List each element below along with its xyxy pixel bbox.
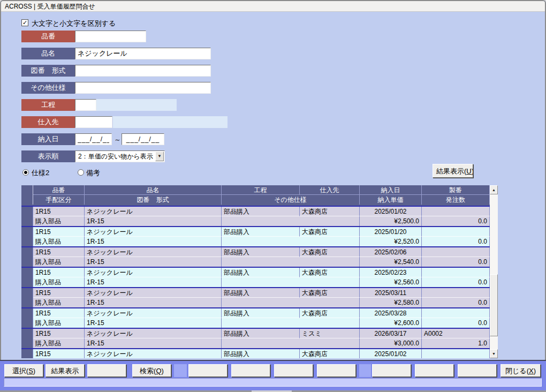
case-sensitive-checkbox[interactable]: ✓ [21,19,28,26]
spec2-radio[interactable] [22,169,29,176]
blank-button-5[interactable] [317,364,356,377]
cell-part-name: ネジックレール [85,288,222,298]
row-selector[interactable] [21,227,33,246]
blank-button-2[interactable] [188,364,228,377]
scrollbar-thumb[interactable] [490,274,498,336]
supplier-display-panel [113,116,228,128]
cell-delivery-date: 2026/03/17 [360,329,422,338]
row-selector[interactable] [21,349,33,358]
delivery-date-to-input[interactable] [122,133,164,145]
cell-supplier: 大森商店 [300,227,360,237]
table-records: 1R15ネジックレール部品購入大森商店2025/01/02購入部品1R-15¥2… [21,207,490,358]
table-record[interactable]: 1R15ネジックレール部品購入大森商店2025/01/02購入部品1R-15¥2… [21,207,490,227]
search-button[interactable]: 検索(Q) [132,364,171,377]
cell-delivery-date: 2025/03/11 [360,288,422,298]
result-display-button[interactable]: 結果表示 [46,364,85,377]
row-selector[interactable] [21,308,33,328]
cell-unit-price: ¥2,560.0 [360,277,422,287]
row-selector[interactable] [21,329,33,348]
supplier-label: 仕入先 [21,116,75,128]
other-spec-input[interactable] [75,82,211,94]
cell-supplier: 大森商店 [300,207,360,216]
table-record[interactable]: 1R15ネジックレール部品購入大森商店2025/03/11購入部品1R-15¥2… [21,288,490,308]
table-record[interactable]: 1R15ネジックレール部品購入大森商店2025/02/23購入部品1R-15¥2… [21,268,490,288]
cell-seiban: A0002 [422,329,490,338]
process-label: 工程 [21,99,75,111]
cell-unit-price: ¥2,520.0 [360,237,422,246]
table-record[interactable]: 1R15ネジックレール部品購入ミスミ2026/03/17A0002購入部品1R-… [21,329,490,349]
cell-seiban [422,227,490,237]
supplier-input[interactable] [75,116,112,128]
select-button[interactable]: 選択(S) [4,364,43,377]
row-selector[interactable] [21,268,33,287]
cell-part-name: ネジックレール [85,268,222,277]
show-results-button[interactable]: 結果表示(U) [433,164,473,178]
row-selector[interactable] [21,247,33,267]
delivery-date-label: 納入日 [21,133,75,145]
blank-button-3[interactable] [231,364,270,377]
cell-process: 部品購入 [222,329,300,338]
scroll-up-icon[interactable]: ▲ [490,185,498,194]
table-record[interactable]: 1R15ネジックレール部品購入大森商店2025/02/06購入部品1R-15¥2… [21,247,490,268]
cell-process: 部品購入 [222,288,300,298]
remarks-radio-label: 備考 [86,168,100,178]
cell-drawing-no: 1R-15 [85,338,222,348]
cell-supplier: 大森商店 [300,288,360,298]
vertical-scrollbar[interactable]: ▲ ▼ [490,185,498,358]
cell-order-qty: 0.0 [422,318,490,328]
table-record[interactable]: 1R15ネジックレール部品購入大森商店2025/01/20購入部品1R-15¥2… [21,227,490,247]
cell-other-spec [222,216,360,226]
header-supplier: 仕入先 [300,185,360,195]
cell-delivery-date: 2025/02/23 [360,268,422,277]
cell-drawing-no: 1R-15 [85,216,222,226]
cell-arrange-type: 購入部品 [33,237,85,246]
cell-arrange-type: 購入部品 [33,277,85,287]
blank-button-4[interactable] [274,364,313,377]
cell-unit-price: ¥2,580.0 [360,298,422,307]
cell-drawing-no: 1R-15 [85,257,222,267]
close-button[interactable]: 閉じる(X) [500,364,541,377]
blank-button-1[interactable] [87,364,126,377]
cell-other-spec [222,257,360,267]
cell-unit-price: ¥2,540.0 [360,257,422,267]
table-record[interactable]: 1R15ネジックレール部品購入大森商店2025/03/28購入部品1R-15¥2… [21,308,490,329]
part-no-input[interactable] [75,31,146,42]
status-bar [4,378,542,387]
blank-button-6[interactable] [372,364,411,377]
results-table: 品番 品名 工程 仕入先 納入日 製番 手配区分 図番 形式 その他仕様 納入単… [21,185,498,358]
table-record[interactable]: 1R15ネジックレール部品購入大森商店2025/01/02 [21,349,490,358]
row-selector[interactable] [21,288,33,307]
cell-delivery-date: 2025/02/06 [360,247,422,257]
part-name-input[interactable] [75,48,211,59]
cell-part-no: 1R15 [33,349,85,358]
blank-button-7[interactable] [415,364,454,377]
cell-process: 部品購入 [222,227,300,237]
cell-part-no: 1R15 [33,207,85,216]
cell-arrange-type: 購入部品 [33,298,85,307]
cell-seiban [422,207,490,216]
cell-supplier: 大森商店 [300,349,360,358]
cell-process: 部品購入 [222,268,300,277]
process-input[interactable] [75,99,96,111]
cell-other-spec [222,318,360,328]
cell-delivery-date: 2025/01/02 [360,349,422,358]
cell-part-no: 1R15 [33,227,85,237]
cell-part-no: 1R15 [33,329,85,338]
cell-seiban [422,308,490,318]
chevron-down-icon[interactable]: ▼ [155,152,164,161]
remarks-radio[interactable] [78,169,84,176]
cell-order-qty: 0.0 [422,237,490,246]
cell-part-name: ネジックレール [85,329,222,338]
scroll-down-icon[interactable]: ▼ [490,349,498,358]
date-range-separator: ～ [114,135,121,145]
delivery-date-from-input[interactable] [75,133,112,145]
sort-order-select[interactable]: 2：単価の安い物から表示 ▼ [75,150,165,162]
row-selector[interactable] [21,207,33,226]
case-sensitive-label: 大文字と小文字を区別する [32,19,116,28]
cell-order-qty: 0.0 [422,257,490,267]
cell-part-no: 1R15 [33,288,85,298]
drawing-no-input[interactable] [75,65,211,77]
blank-button-8[interactable] [458,364,497,377]
cell-delivery-date: 2025/01/02 [360,207,422,216]
cell-arrange-type: 購入部品 [33,257,85,267]
